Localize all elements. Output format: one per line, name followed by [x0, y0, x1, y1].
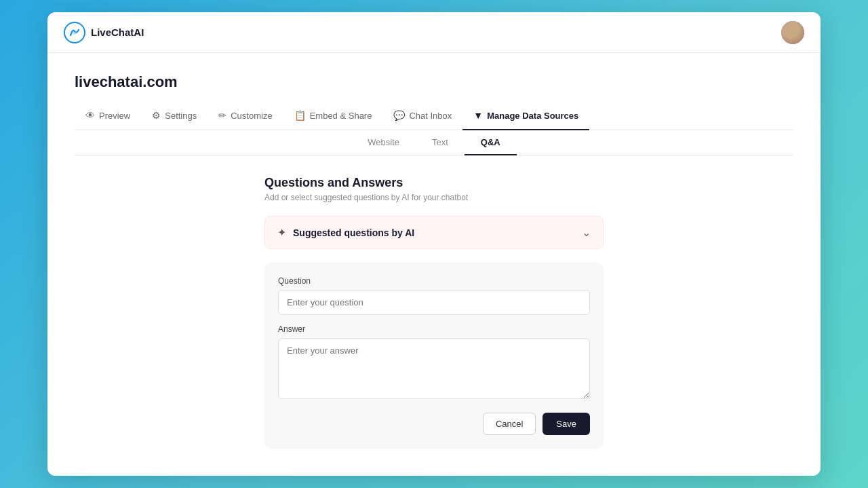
app-name: LiveChatAI [91, 26, 144, 38]
form-actions: Cancel Save [278, 413, 590, 435]
answer-textarea[interactable] [278, 338, 590, 399]
suggested-left: ✦ Suggested questions by AI [277, 226, 414, 239]
subtab-qa[interactable]: Q&A [465, 130, 517, 155]
answer-label: Answer [278, 324, 590, 334]
app-window: LiveChatAI livechatai.com 👁 Preview ⚙ Se… [47, 12, 821, 476]
subtab-text[interactable]: Text [416, 130, 465, 155]
logo-icon [64, 22, 85, 43]
chevron-down-icon: ⌄ [582, 226, 591, 239]
avatar-image [781, 21, 804, 44]
tab-manage[interactable]: ▼ Manage Data Sources [462, 105, 589, 130]
save-button[interactable]: Save [542, 413, 590, 435]
customize-icon: ✏ [218, 110, 226, 121]
avatar[interactable] [781, 21, 804, 44]
tab-chat[interactable]: 💬 Chat Inbox [382, 105, 462, 130]
suggested-label: Suggested questions by AI [293, 227, 414, 238]
tab-customize[interactable]: ✏ Customize [208, 105, 283, 130]
chat-icon: 💬 [393, 110, 405, 121]
question-label: Question [278, 276, 590, 286]
logo-area: LiveChatAI [64, 22, 144, 43]
form-card: Question Answer Cancel Save [264, 263, 604, 449]
question-input[interactable] [278, 290, 590, 315]
suggested-questions-card[interactable]: ✦ Suggested questions by AI ⌄ [264, 216, 604, 249]
sparkle-icon: ✦ [277, 226, 286, 239]
settings-icon: ⚙ [152, 110, 161, 121]
tab-preview[interactable]: 👁 Preview [75, 105, 141, 130]
preview-icon: 👁 [85, 110, 95, 121]
tab-embed[interactable]: 📋 Embed & Share [283, 105, 383, 130]
nav-tabs: 👁 Preview ⚙ Settings ✏ Customize 📋 Embed… [75, 105, 793, 130]
manage-icon: ▼ [473, 110, 483, 121]
section-subtitle: Add or select suggested questions by AI … [264, 193, 604, 202]
svg-point-1 [73, 31, 77, 35]
sub-tabs: Website Text Q&A [75, 130, 793, 155]
page-title: livechatai.com [75, 73, 793, 91]
tab-settings[interactable]: ⚙ Settings [141, 105, 208, 130]
cancel-button[interactable]: Cancel [483, 413, 536, 435]
embed-icon: 📋 [294, 110, 306, 121]
subtab-website[interactable]: Website [351, 130, 416, 155]
content-area: Questions and Answers Add or select sugg… [264, 155, 604, 449]
top-bar: LiveChatAI [47, 12, 821, 53]
section-title: Questions and Answers [264, 176, 604, 190]
main-content: livechatai.com 👁 Preview ⚙ Settings ✏ Cu… [47, 53, 821, 476]
